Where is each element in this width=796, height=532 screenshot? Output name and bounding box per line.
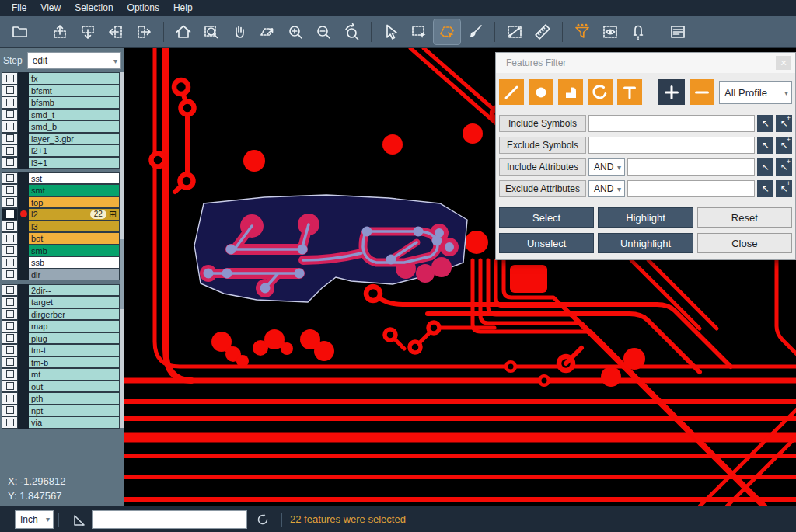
- layer-row[interactable]: pth: [2, 392, 120, 405]
- pan-right-button[interactable]: [131, 19, 157, 44]
- filter-add-button[interactable]: [658, 79, 685, 105]
- layer-checkbox[interactable]: [2, 221, 18, 233]
- layer-name[interactable]: l3+1: [29, 157, 120, 169]
- exclude-attributes-button[interactable]: Exclude Attributes: [499, 180, 586, 197]
- pan-left-button[interactable]: [103, 19, 129, 44]
- layer-row[interactable]: target: [2, 296, 120, 308]
- layer-row[interactable]: out: [2, 381, 120, 393]
- layer-name[interactable]: target: [29, 296, 120, 308]
- dialog-titlebar[interactable]: Features Filter: [496, 53, 795, 73]
- profile-select[interactable]: All Profile ▾: [719, 81, 792, 104]
- layer-row[interactable]: l3+1: [2, 157, 120, 169]
- layer-name[interactable]: l2+1: [29, 144, 120, 157]
- layer-checkbox[interactable]: [2, 133, 18, 145]
- filter-pad-shape-button[interactable]: [558, 79, 583, 105]
- layer-checkbox[interactable]: [2, 308, 18, 321]
- layer-row[interactable]: smt: [2, 184, 120, 196]
- layer-checkbox[interactable]: [2, 208, 18, 221]
- layer-row[interactable]: smd_b: [2, 120, 120, 133]
- layer-row[interactable]: layer_3.gbr: [2, 133, 120, 145]
- layer-checkbox[interactable]: [2, 184, 18, 196]
- layer-row[interactable]: plug: [2, 332, 120, 345]
- pan-down-button[interactable]: [75, 19, 101, 44]
- layer-name[interactable]: top: [29, 196, 120, 209]
- filter-remove-button[interactable]: [690, 79, 714, 105]
- filter-pad-round-button[interactable]: [529, 79, 553, 105]
- layer-row[interactable]: sst: [2, 172, 120, 185]
- pick-symbol-button[interactable]: ↖: [757, 137, 773, 154]
- select-polygon-button[interactable]: [434, 19, 460, 44]
- pick-attribute-button[interactable]: ↖: [757, 158, 773, 176]
- home-view-button[interactable]: [170, 19, 197, 44]
- zoom-window-button[interactable]: [198, 19, 225, 44]
- layer-name[interactable]: 2dir--: [29, 284, 120, 297]
- include-attributes-field[interactable]: [627, 158, 755, 176]
- scrollbar-thumb[interactable]: [120, 239, 124, 309]
- layer-row[interactable]: ssb: [2, 256, 120, 269]
- layer-row[interactable]: l2+1: [2, 144, 120, 157]
- layer-name[interactable]: smd_b: [29, 120, 120, 133]
- menu-help[interactable]: Help: [166, 1, 200, 15]
- pick-add-attribute-button[interactable]: ↖+: [776, 158, 792, 176]
- layer-name[interactable]: l3: [29, 221, 120, 233]
- layer-checkbox[interactable]: [2, 356, 18, 369]
- open-button[interactable]: [7, 19, 33, 44]
- layer-name[interactable]: smb: [29, 245, 120, 257]
- layer-row[interactable]: mt: [2, 368, 120, 381]
- exclude-attributes-field[interactable]: [627, 180, 755, 197]
- filter-line-button[interactable]: [499, 79, 524, 105]
- layer-row[interactable]: via: [2, 416, 120, 429]
- layer-checkbox[interactable]: [2, 332, 18, 345]
- ruler-button[interactable]: [529, 19, 556, 44]
- menu-file[interactable]: File: [5, 1, 33, 15]
- layer-name[interactable]: via: [29, 416, 120, 429]
- filter-arc-button[interactable]: [588, 79, 613, 105]
- layer-checkbox[interactable]: [2, 172, 18, 185]
- close-button[interactable]: Close: [697, 233, 792, 253]
- command-input[interactable]: [92, 510, 247, 529]
- layer-name[interactable]: pth: [29, 392, 120, 405]
- include-attributes-button[interactable]: Include Attributes: [499, 158, 586, 176]
- layer-checkbox[interactable]: [2, 232, 18, 245]
- layer-name[interactable]: dirgerber: [29, 308, 120, 321]
- menu-view[interactable]: View: [33, 1, 68, 15]
- layer-row[interactable]: npt: [2, 405, 120, 417]
- zoom-previous-button[interactable]: [338, 19, 365, 44]
- layer-name[interactable]: smt: [29, 184, 120, 196]
- unhighlight-button[interactable]: Unhighlight: [598, 233, 693, 253]
- layer-row[interactable]: bfsmb: [2, 96, 120, 109]
- layer-checkbox[interactable]: [2, 269, 18, 281]
- reset-button[interactable]: Reset: [697, 207, 792, 228]
- layer-row[interactable]: dir: [2, 269, 120, 281]
- pick-attribute-button[interactable]: ↖: [757, 180, 773, 197]
- menu-selection[interactable]: Selection: [68, 1, 120, 15]
- filter-text-button[interactable]: [617, 79, 642, 105]
- units-select[interactable]: Inch ▾: [15, 510, 54, 529]
- layer-row[interactable]: map: [2, 320, 120, 332]
- layer-row[interactable]: l3: [2, 221, 120, 233]
- layer-checkbox[interactable]: [2, 296, 18, 308]
- zoom-object-button[interactable]: [254, 19, 281, 44]
- layer-checkbox[interactable]: [2, 109, 18, 121]
- view-options-button[interactable]: [597, 19, 623, 44]
- layer-checkbox[interactable]: [2, 392, 18, 405]
- layer-name[interactable]: bfsmb: [29, 96, 120, 109]
- layer-row[interactable]: smb: [2, 245, 120, 257]
- layer-checkbox[interactable]: [2, 245, 18, 257]
- pick-symbol-button[interactable]: ↖: [757, 115, 773, 132]
- layer-name[interactable]: npt: [29, 405, 120, 417]
- layers-panel-button[interactable]: [665, 19, 691, 44]
- layer-name[interactable]: tm-b: [29, 356, 120, 369]
- refresh-icon[interactable]: [255, 512, 271, 527]
- zoom-out-button[interactable]: [310, 19, 337, 44]
- dialog-close-button[interactable]: ✕: [776, 56, 791, 70]
- layer-name[interactable]: out: [29, 381, 120, 393]
- features-filter-button[interactable]: [569, 19, 595, 44]
- layer-name[interactable]: sst: [29, 172, 120, 185]
- include-attributes-logic-select[interactable]: AND▾: [588, 158, 625, 176]
- layer-checkbox[interactable]: [2, 72, 18, 85]
- include-symbols-field[interactable]: [588, 115, 755, 132]
- layer-name[interactable]: l222⊞: [29, 208, 120, 221]
- highlight-button[interactable]: Highlight: [598, 207, 693, 228]
- layer-checkbox[interactable]: [2, 85, 18, 97]
